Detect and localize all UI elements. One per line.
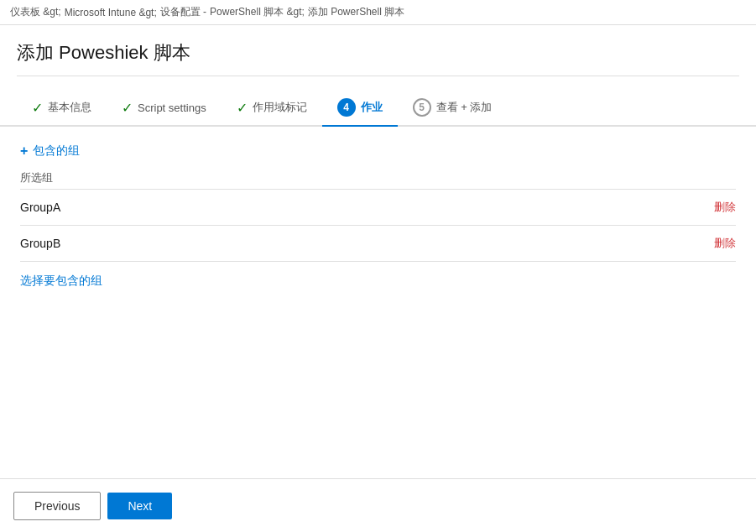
tab-review-step: 5 <box>413 98 431 117</box>
tab-scope-check-icon: ✓ <box>237 100 248 116</box>
bottom-bar: Previous Next <box>0 478 756 532</box>
tab-basics-check-icon: ✓ <box>32 100 43 116</box>
breadcrumb-item-1[interactable]: 仪表板 &gt; <box>10 5 61 19</box>
tab-review[interactable]: 5 查看 + 添加 <box>398 90 508 125</box>
plus-icon: + <box>20 143 28 159</box>
tab-assignments-label: 作业 <box>361 100 383 115</box>
tab-basics-label: 基本信息 <box>48 100 91 115</box>
next-button[interactable]: Next <box>107 493 172 519</box>
page-title: 添加 Poweshiek 脚本 <box>0 25 756 76</box>
breadcrumb-item-4[interactable]: PowerShell 脚本 &gt; <box>210 5 305 19</box>
delete-group-a-button[interactable]: 删除 <box>714 200 736 215</box>
tab-scope-label: 作用域标记 <box>253 100 307 115</box>
table-row: GroupB 删除 <box>20 226 736 262</box>
tab-script-settings[interactable]: ✓ Script settings <box>107 91 222 124</box>
tab-script-settings-check-icon: ✓ <box>122 100 133 116</box>
content-area: + 包含的组 所选组 GroupA 删除 GroupB 删除 选择要包含的组 <box>0 127 756 305</box>
delete-group-b-button[interactable]: 删除 <box>714 236 736 251</box>
tab-script-settings-label: Script settings <box>138 102 206 114</box>
tab-review-label: 查看 + 添加 <box>436 100 493 115</box>
selected-groups-header: 所选组 <box>20 165 736 190</box>
previous-button[interactable]: Previous <box>13 492 101 520</box>
breadcrumb-item-5: 添加 PowerShell 脚本 <box>308 5 404 19</box>
breadcrumb-item-2[interactable]: Microsoft Intune &gt; <box>65 7 157 18</box>
group-name-b: GroupB <box>20 237 60 250</box>
breadcrumb-item-3[interactable]: 设备配置 - <box>160 5 206 19</box>
include-group-label: 包含的组 <box>33 143 80 159</box>
wizard-tabs: ✓ 基本信息 ✓ Script settings ✓ 作用域标记 4 作业 5 … <box>0 90 756 127</box>
select-group-link[interactable]: 选择要包含的组 <box>20 274 102 289</box>
breadcrumb: 仪表板 &gt; Microsoft Intune &gt; 设备配置 - Po… <box>0 0 756 25</box>
tab-assignments[interactable]: 4 作业 <box>322 90 398 127</box>
group-name-a: GroupA <box>20 201 60 214</box>
table-row: GroupA 删除 <box>20 190 736 226</box>
tab-basics[interactable]: ✓ 基本信息 <box>17 91 107 124</box>
include-group-section[interactable]: + 包含的组 <box>20 143 736 159</box>
title-divider <box>17 76 739 76</box>
tab-scope-tags[interactable]: ✓ 作用域标记 <box>222 91 322 124</box>
tab-assignments-step: 4 <box>337 98 356 117</box>
